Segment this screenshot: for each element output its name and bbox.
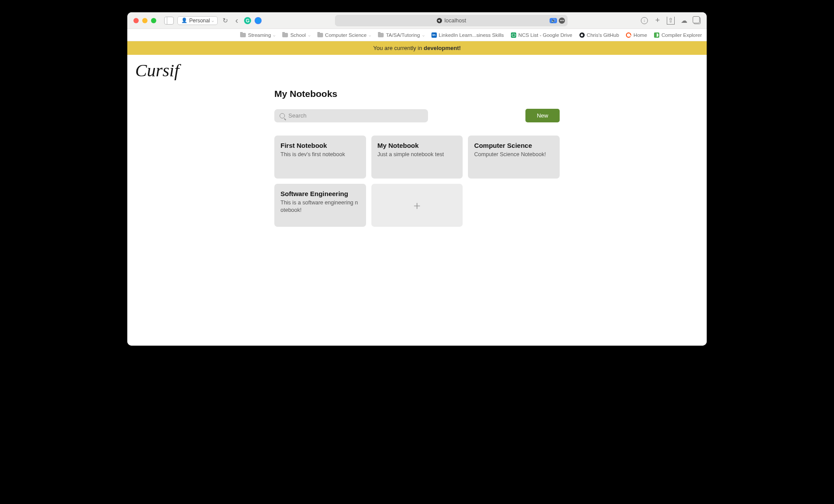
folder-icon — [378, 33, 384, 37]
address-bar-container: localhost 🔊 ••• — [265, 15, 637, 26]
bookmark-label: School — [290, 32, 306, 38]
minimize-window-button[interactable] — [142, 18, 147, 23]
toolbar: New — [274, 109, 560, 122]
site-icon — [437, 18, 442, 23]
address-bar[interactable]: localhost 🔊 ••• — [335, 15, 568, 26]
tab-overview-button[interactable] — [694, 17, 701, 24]
bookmark-label: Computer Science — [325, 32, 367, 38]
share-button[interactable] — [667, 17, 674, 24]
notebook-description: This is a software engineering notebook! — [280, 199, 360, 214]
bookmark-label: Compiler Explorer — [661, 32, 702, 38]
bookmark-item[interactable]: TA/SA/Tutoring⌵ — [378, 32, 424, 38]
person-icon: 👤 — [181, 18, 187, 23]
chevron-down-icon: ⌵ — [308, 33, 310, 37]
notebook-title: First Notebook — [280, 142, 360, 149]
new-notebook-button[interactable]: New — [525, 109, 560, 122]
github-icon — [579, 32, 585, 38]
apps-grid-button[interactable] — [133, 32, 134, 38]
grammarly-extension-icon[interactable]: G — [244, 17, 251, 24]
notebook-description: Computer Science Notebook! — [474, 151, 554, 158]
chevron-down-icon: ⌵ — [273, 33, 275, 37]
compiler-icon — [654, 32, 659, 38]
page-title: My Notebooks — [274, 89, 560, 99]
notebook-card[interactable]: My NotebookJust a simple notebook test — [371, 136, 463, 179]
window-controls — [133, 18, 156, 23]
folder-icon — [240, 33, 246, 37]
bookmark-label: NCS List - Google Drive — [518, 32, 572, 38]
banner-prefix: You are currently in — [373, 45, 424, 51]
new-tab-button[interactable] — [654, 17, 661, 24]
main-content: My Notebooks New First NotebookThis is d… — [274, 89, 560, 227]
bookmark-item[interactable]: NCS List - Google Drive — [511, 32, 572, 38]
banner-bold: development! — [424, 45, 461, 51]
opera-icon — [626, 32, 631, 38]
sheets-icon — [511, 32, 516, 38]
chevron-down-icon: ⌵ — [369, 33, 371, 37]
profile-selector[interactable]: 👤 Personal ⌵ — [177, 16, 218, 25]
folder-icon — [282, 33, 288, 37]
bookmark-item[interactable]: Home — [626, 32, 647, 38]
add-notebook-card[interactable]: ＋ — [371, 184, 463, 227]
notebook-description: This is dev's first notebook — [280, 151, 360, 158]
site-more-button[interactable]: ••• — [559, 18, 565, 24]
chevron-down-icon: ⌵ — [422, 33, 424, 37]
app-logo[interactable]: Cursif — [127, 55, 707, 81]
app-content: Cursif My Notebooks New First NotebookTh… — [127, 55, 707, 346]
dev-banner: You are currently in development! — [127, 41, 707, 55]
sound-indicator-icon[interactable]: 🔊 — [550, 18, 557, 23]
bookmark-item[interactable]: Compiler Explorer — [654, 32, 702, 38]
browser-window: 👤 Personal ⌵ G 🌐 localhost 🔊 ••• — [127, 12, 707, 346]
close-window-button[interactable] — [133, 18, 139, 23]
folder-icon — [317, 33, 323, 37]
browser-chrome-top: 👤 Personal ⌵ G 🌐 localhost 🔊 ••• — [127, 12, 707, 29]
bookmark-item[interactable]: Computer Science⌵ — [317, 32, 371, 38]
maximize-window-button[interactable] — [151, 18, 156, 23]
notebook-description: Just a simple notebook test — [377, 151, 457, 158]
bookmark-item[interactable]: Chris's GitHub — [579, 32, 619, 38]
notebook-title: Software Engineering — [280, 190, 360, 197]
notebook-card[interactable]: Software EngineeringThis is a software e… — [274, 184, 366, 227]
chevron-down-icon: ⌵ — [212, 18, 214, 23]
bookmarks-bar: Streaming⌵School⌵Computer Science⌵TA/SA/… — [127, 29, 707, 41]
downloads-button[interactable] — [641, 17, 648, 24]
notebook-title: Computer Science — [474, 142, 554, 149]
sidebar-toggle-button[interactable] — [164, 17, 174, 25]
chrome-right-controls — [641, 17, 701, 24]
bookmark-label: TA/SA/Tutoring — [386, 32, 420, 38]
plus-icon: ＋ — [411, 198, 423, 213]
bookmark-item[interactable]: School⌵ — [282, 32, 310, 38]
bookmark-item[interactable]: Streaming⌵ — [240, 32, 275, 38]
globe-extension-icon[interactable]: 🌐 — [255, 17, 262, 24]
reload-button[interactable] — [221, 17, 229, 25]
search-field-wrap[interactable] — [274, 109, 428, 122]
address-right-controls: 🔊 ••• — [550, 18, 565, 24]
search-input[interactable] — [288, 112, 423, 119]
bookmark-label: Chris's GitHub — [587, 32, 619, 38]
search-icon — [280, 113, 285, 118]
notebook-grid: First NotebookThis is dev's first notebo… — [274, 136, 560, 227]
profile-label: Personal — [189, 18, 210, 24]
bookmark-label: Home — [633, 32, 647, 38]
bookmark-label: LinkedIn Learn...siness Skills — [439, 32, 504, 38]
notebook-title: My Notebook — [377, 142, 457, 149]
notebook-card[interactable]: Computer ScienceComputer Science Noteboo… — [468, 136, 560, 179]
bookmark-label: Streaming — [248, 32, 271, 38]
address-text: localhost — [445, 18, 466, 24]
linkedin-icon: in — [431, 32, 437, 38]
back-button[interactable] — [233, 17, 241, 25]
bookmark-item[interactable]: inLinkedIn Learn...siness Skills — [431, 32, 504, 38]
notebook-card[interactable]: First NotebookThis is dev's first notebo… — [274, 136, 366, 179]
cloud-tabs-button[interactable] — [680, 17, 687, 24]
